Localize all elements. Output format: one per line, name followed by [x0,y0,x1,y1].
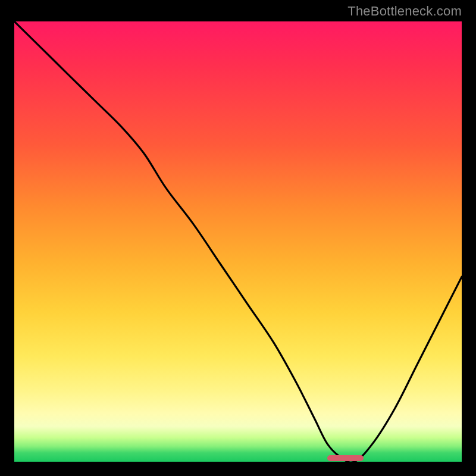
watermark-text: TheBottleneck.com [347,4,462,19]
chart-frame: TheBottleneck.com [0,0,476,476]
heat-gradient [14,21,462,462]
plot-area [14,21,462,462]
optimal-range-marker [327,455,363,461]
